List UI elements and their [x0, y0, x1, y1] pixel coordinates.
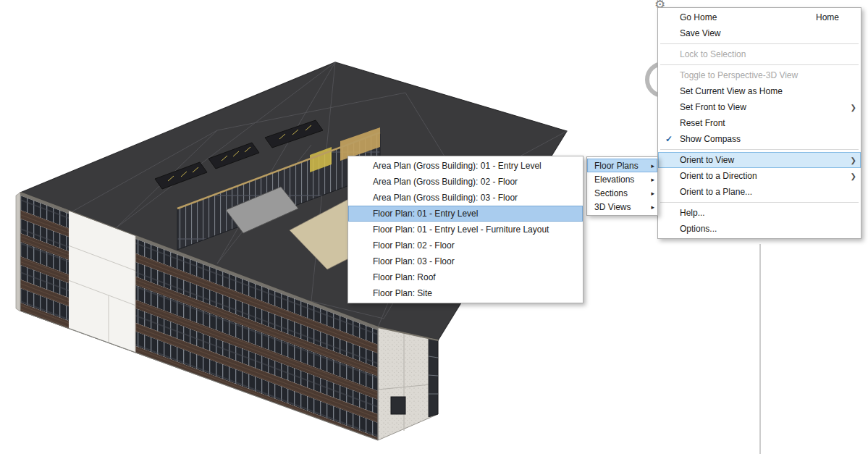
submenu-item-label: Sections: [594, 188, 647, 198]
viewcube-context-menu: Go Home Home Save View Lock to Selection…: [657, 7, 861, 239]
menu-item-label: Help...: [680, 208, 848, 218]
view-item-label: Area Plan (Gross Building): 03 - Floor: [373, 193, 518, 203]
menu-item-label: Save View: [680, 28, 848, 38]
floor-plans-submenu: Area Plan (Gross Building): 01 - Entry L…: [347, 156, 583, 303]
submenu-item-floor-plans[interactable]: Floor Plans ▸: [587, 159, 657, 172]
menu-item-label: Orient to a Plane...: [680, 187, 848, 197]
menu-item-lock-to-selection[interactable]: Lock to Selection: [658, 46, 861, 62]
menu-item-save-view[interactable]: Save View: [658, 25, 861, 41]
menu-separator: [660, 149, 859, 150]
view-item-floor-plan-01-entry-level-furniture-layout[interactable]: Floor Plan: 01 - Entry Level - Furniture…: [348, 222, 583, 237]
view-item-label: Floor Plan: 02 - Floor: [373, 240, 455, 251]
view-item-floor-plan-03-floor[interactable]: Floor Plan: 03 - Floor: [348, 253, 583, 269]
end-wall-glazing-strip: [429, 337, 438, 417]
menu-item-label: Toggle to Perspective-3D View: [680, 70, 848, 80]
submenu-item-label: 3D Views: [594, 202, 647, 212]
menu-separator: [660, 43, 859, 44]
menu-separator: [660, 202, 859, 203]
menu-item-label: Lock to Selection: [680, 49, 848, 59]
view-item-area-plan-03-floor[interactable]: Area Plan (Gross Building): 03 - Floor: [348, 190, 583, 206]
menu-item-label: Set Front to View: [680, 102, 848, 112]
view-item-label: Floor Plan: Site: [373, 288, 432, 298]
menu-item-set-front-to-view[interactable]: Set Front to View ❯: [658, 99, 861, 115]
view-item-area-plan-01-entry-level[interactable]: Area Plan (Gross Building): 01 - Entry L…: [348, 158, 583, 174]
menu-item-help[interactable]: Help...: [658, 205, 861, 221]
view-item-label: Floor Plan: 03 - Floor: [373, 256, 455, 266]
menu-item-label: Show Compass: [680, 134, 848, 144]
view-item-label: Floor Plan: 01 - Entry Level - Furniture…: [373, 224, 549, 235]
submenu-arrow-icon: ▸: [647, 162, 654, 169]
view-item-floor-plan-roof[interactable]: Floor Plan: Roof: [348, 269, 583, 285]
building-end-wall: [378, 327, 438, 440]
menu-separator: [660, 64, 859, 65]
menu-item-show-compass[interactable]: ✓ Show Compass: [658, 131, 861, 147]
submenu-item-elevations[interactable]: Elevations ▸: [587, 172, 657, 186]
menu-item-label: Orient to a Direction: [680, 171, 848, 181]
submenu-arrow-icon: ❯: [848, 172, 856, 180]
submenu-arrow-icon: ▸: [647, 203, 654, 211]
view-item-label: Area Plan (Gross Building): 02 - Floor: [373, 177, 518, 187]
submenu-arrow-icon: ❯: [848, 156, 856, 164]
menu-shortcut: Home: [816, 12, 839, 22]
view-item-label: Floor Plan: 01 - Entry Level: [373, 209, 478, 219]
menu-item-options[interactable]: Options...: [658, 221, 861, 237]
view-item-label: Floor Plan: Roof: [373, 272, 436, 282]
facade-white-wall: [69, 211, 135, 355]
view-item-label: Area Plan (Gross Building): 01 - Entry L…: [373, 161, 542, 171]
submenu-arrow-icon: ▸: [647, 190, 654, 197]
menu-item-label: Set Current View as Home: [680, 86, 848, 96]
menu-item-orient-to-view[interactable]: Orient to View ❯: [658, 152, 861, 168]
end-wall-window: [391, 397, 405, 414]
submenu-item-label: Floor Plans: [594, 161, 647, 171]
view-item-floor-plan-01-entry-level[interactable]: Floor Plan: 01 - Entry Level: [348, 206, 583, 222]
menu-item-label: Options...: [680, 224, 848, 234]
view-item-area-plan-02-floor[interactable]: Area Plan (Gross Building): 02 - Floor: [348, 174, 583, 190]
menu-item-label: Reset Front: [680, 118, 848, 128]
menu-item-reset-front[interactable]: Reset Front: [658, 115, 861, 131]
menu-item-orient-to-a-plane[interactable]: Orient to a Plane...: [658, 184, 861, 200]
submenu-item-label: Elevations: [594, 175, 647, 185]
menu-item-go-home[interactable]: Go Home Home: [658, 9, 861, 25]
checkmark-icon: ✓: [658, 134, 680, 144]
submenu-item-sections[interactable]: Sections ▸: [587, 186, 657, 200]
orient-to-view-submenu: Floor Plans ▸ Elevations ▸ Sections ▸ 3D…: [586, 156, 658, 216]
submenu-item-3d-views[interactable]: 3D Views ▸: [587, 200, 657, 214]
menu-item-label: Go Home: [680, 12, 816, 22]
submenu-arrow-icon: ❯: [848, 104, 856, 112]
menu-item-label: Orient to View: [680, 155, 848, 165]
menu-item-set-current-view-as-home[interactable]: Set Current View as Home: [658, 83, 861, 99]
menu-item-orient-to-a-direction[interactable]: Orient to a Direction ❯: [658, 168, 861, 184]
viewport-scrollbar[interactable]: [759, 244, 761, 454]
menu-item-toggle-perspective[interactable]: Toggle to Perspective-3D View: [658, 67, 861, 83]
building-left-end: [16, 193, 20, 311]
view-item-floor-plan-site[interactable]: Floor Plan: Site: [348, 285, 583, 301]
submenu-arrow-icon: ▸: [647, 176, 654, 183]
view-item-floor-plan-02-floor[interactable]: Floor Plan: 02 - Floor: [348, 237, 583, 253]
